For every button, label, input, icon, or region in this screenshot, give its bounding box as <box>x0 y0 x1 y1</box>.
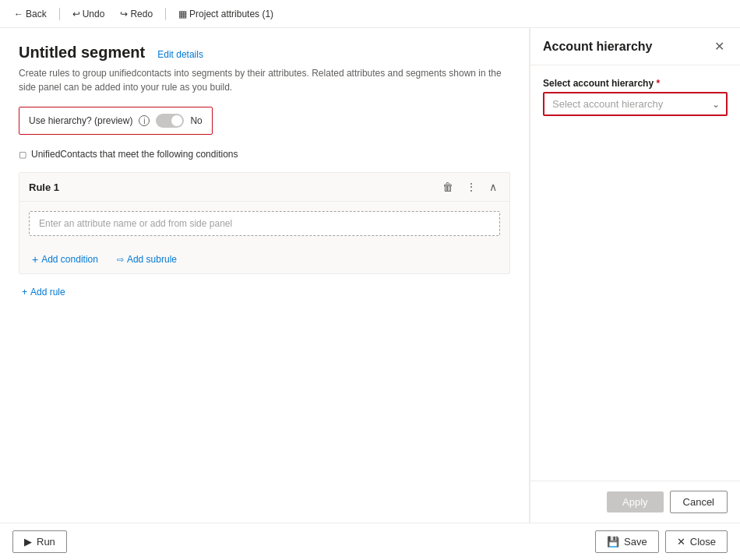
subrule-icon: ⇨ <box>117 255 124 265</box>
add-subrule-button[interactable]: ⇨ Add subrule <box>114 252 180 266</box>
bottom-bar: ▶ Run 💾 Save ✕ Close <box>0 523 740 560</box>
right-panel-body: Select account hierarchy * Select accoun… <box>530 65 740 481</box>
bottom-left: ▶ Run <box>12 530 67 553</box>
select-dropdown-wrapper: Select account hierarchy ⌄ <box>543 92 728 116</box>
cancel-button[interactable]: Cancel <box>670 491 728 513</box>
save-icon: 💾 <box>607 536 619 548</box>
close-icon: ✕ <box>677 536 685 548</box>
topbar-separator <box>59 8 60 20</box>
conditions-icon: ▢ <box>19 150 26 160</box>
rule-header: Rule 1 🗑 ⋮ ∧ <box>19 173 509 202</box>
hierarchy-toggle-row: Use hierarchy? (preview) i No <box>19 107 213 135</box>
hierarchy-label: Use hierarchy? (preview) <box>29 115 132 126</box>
project-icon: ▦ <box>178 9 187 19</box>
save-button[interactable]: 💾 Save <box>595 530 659 553</box>
conditions-text: UnifiedContacts that meet the following … <box>31 149 238 160</box>
redo-icon: ↪ <box>120 9 128 19</box>
info-icon[interactable]: i <box>139 115 150 126</box>
conditions-row: ▢ UnifiedContacts that meet the followin… <box>19 149 510 160</box>
topbar: ← Back ↩ Undo ↪ Redo ▦ Project attribute… <box>0 0 740 28</box>
project-attributes-button[interactable]: ▦ Project attributes (1) <box>174 7 278 21</box>
hierarchy-toggle[interactable] <box>156 114 184 128</box>
back-arrow-icon: ← <box>14 9 23 19</box>
right-panel: Account hierarchy ✕ Select account hiera… <box>530 28 740 523</box>
rule-collapse-button[interactable]: ∧ <box>486 179 500 195</box>
toggle-state-label: No <box>190 115 202 126</box>
page-title: Untitled segment <box>19 44 145 62</box>
edit-details-link[interactable]: Edit details <box>157 49 203 60</box>
main-layout: Untitled segment Edit details Create rul… <box>0 28 740 523</box>
right-panel-footer: Apply Cancel <box>530 481 740 523</box>
redo-button[interactable]: ↪ Redo <box>115 7 157 21</box>
left-panel: Untitled segment Edit details Create rul… <box>0 28 530 523</box>
add-rule-button[interactable]: + Add rule <box>19 284 69 301</box>
rule-card: Rule 1 🗑 ⋮ ∧ Enter an attribute name or … <box>19 172 510 274</box>
rule-delete-button[interactable]: 🗑 <box>439 179 456 195</box>
rule-title: Rule 1 <box>29 181 59 193</box>
bottom-right: 💾 Save ✕ Close <box>595 530 728 553</box>
run-icon: ▶ <box>24 536 32 548</box>
right-panel-title: Account hierarchy <box>543 40 652 54</box>
rule-more-button[interactable]: ⋮ <box>463 179 480 195</box>
field-label: Select account hierarchy * <box>543 78 728 89</box>
plus-icon-rule: + <box>22 287 27 298</box>
plus-icon: + <box>32 253 38 266</box>
undo-icon: ↩ <box>72 9 80 19</box>
apply-button[interactable]: Apply <box>607 491 664 512</box>
attribute-input[interactable]: Enter an attribute name or add from side… <box>29 211 500 236</box>
rule-footer: + Add condition ⇨ Add subrule <box>19 245 509 273</box>
undo-button[interactable]: ↩ Undo <box>68 7 110 21</box>
toggle-knob <box>171 115 182 126</box>
back-button[interactable]: ← Back <box>9 7 51 21</box>
right-panel-header: Account hierarchy ✕ <box>530 28 740 65</box>
add-condition-button[interactable]: + Add condition <box>29 252 101 267</box>
topbar-separator-2 <box>165 8 166 20</box>
run-button[interactable]: ▶ Run <box>12 530 67 553</box>
close-panel-button[interactable]: ✕ <box>711 37 728 55</box>
account-hierarchy-select[interactable]: Select account hierarchy <box>544 93 726 114</box>
close-button[interactable]: ✕ Close <box>665 530 728 553</box>
required-star: * <box>656 78 660 89</box>
rule-actions: 🗑 ⋮ ∧ <box>439 179 500 195</box>
rule-body: Enter an attribute name or add from side… <box>19 202 509 245</box>
description-text: Create rules to group unifiedcontacts in… <box>19 66 502 94</box>
